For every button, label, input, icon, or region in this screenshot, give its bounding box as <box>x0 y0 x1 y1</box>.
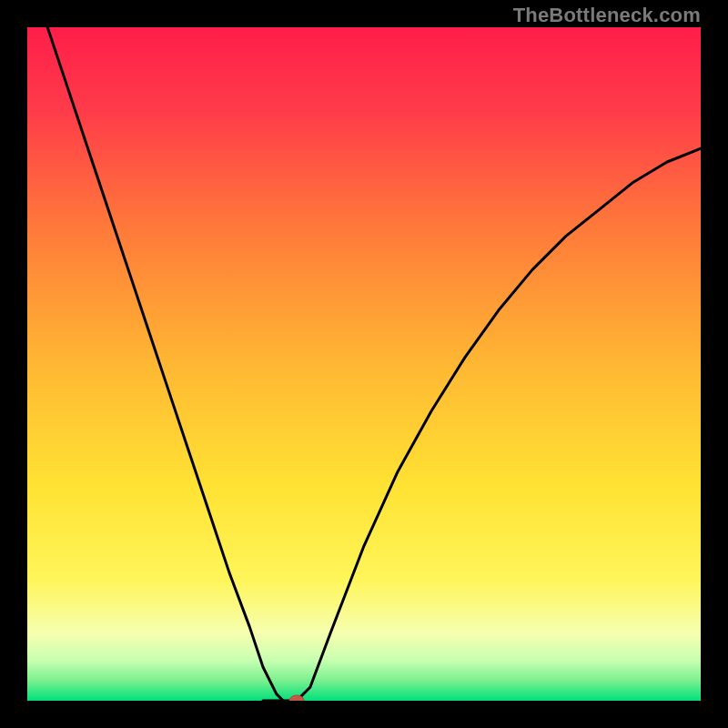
chart-frame: TheBottleneck.com <box>0 0 728 728</box>
plot-area <box>27 27 701 701</box>
curve-right <box>297 148 701 701</box>
watermark-text: TheBottleneck.com <box>513 4 701 27</box>
curve-left <box>27 27 283 701</box>
curve-layer <box>27 27 701 701</box>
